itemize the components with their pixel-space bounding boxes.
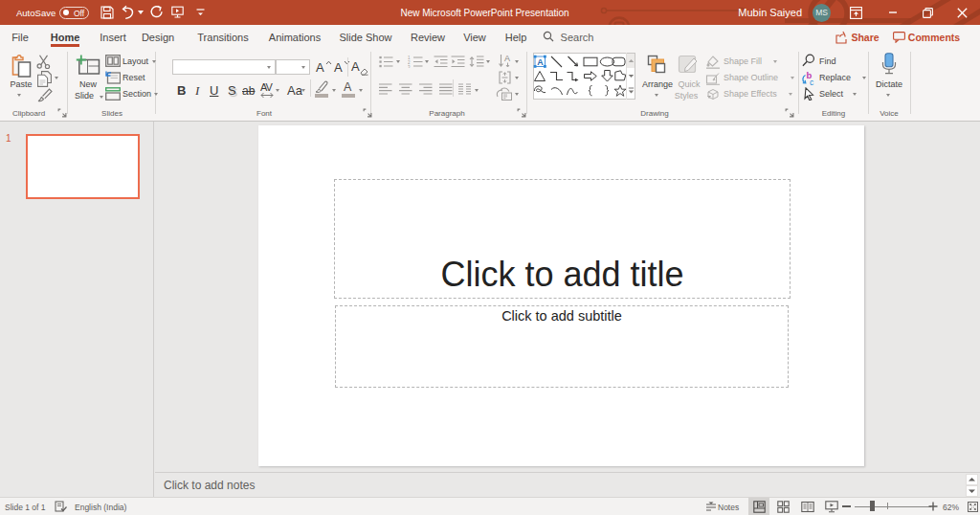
svg-text:A: A [537, 57, 544, 67]
svg-text:3: 3 [408, 65, 411, 69]
svg-text:A: A [504, 54, 510, 63]
